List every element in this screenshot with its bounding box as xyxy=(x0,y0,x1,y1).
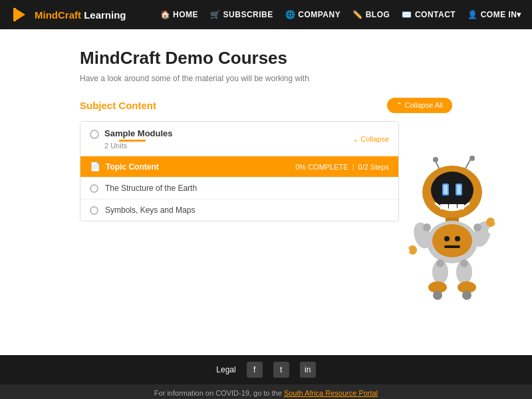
svg-point-41 xyxy=(433,291,442,300)
svg-point-34 xyxy=(444,236,450,241)
svg-rect-36 xyxy=(444,245,460,248)
collapse-all-button[interactable]: ⌃ Collapse All xyxy=(387,98,452,113)
svg-marker-1 xyxy=(13,8,16,21)
collapse-link[interactable]: ⌄ Collapse xyxy=(352,135,389,144)
svg-point-3 xyxy=(433,157,438,162)
module-header: Sample Modules 2 Units ⌄ Collapse xyxy=(80,122,398,156)
facebook-icon[interactable]: f xyxy=(247,362,263,378)
footer-covid-text: For information on COVID-19, go to the S… xyxy=(154,389,378,397)
lesson-name-1: The Structure of the Earth xyxy=(105,184,197,193)
lesson-item-1[interactable]: The Structure of the Earth xyxy=(80,177,398,199)
linkedin-icon[interactable]: in xyxy=(300,362,316,378)
svg-point-25 xyxy=(486,217,495,227)
course-block: Sample Modules 2 Units ⌄ Collapse 📄 Topi… xyxy=(80,121,399,221)
svg-rect-14 xyxy=(458,204,464,209)
lesson-item-2[interactable]: Symbols, Keys and Maps xyxy=(80,199,398,221)
nav-blog[interactable]: ✏️ BLOG xyxy=(352,10,390,19)
topic-icon: 📄 xyxy=(90,162,100,172)
svg-point-37 xyxy=(423,223,431,231)
svg-rect-13 xyxy=(449,204,457,209)
svg-point-22 xyxy=(406,253,412,260)
subject-header: Subject Content ⌃ Collapse All xyxy=(80,98,452,113)
topic-steps: 0/2 Steps xyxy=(358,163,389,171)
globe-icon: 🌐 xyxy=(285,10,296,19)
svg-point-7 xyxy=(431,172,473,209)
svg-point-20 xyxy=(404,241,411,247)
nav-home[interactable]: 🏠 HOME xyxy=(160,10,199,19)
svg-rect-11 xyxy=(457,185,461,194)
svg-point-38 xyxy=(473,223,481,231)
footer-bottom: For information on COVID-19, go to the S… xyxy=(0,384,532,399)
svg-point-39 xyxy=(436,259,444,267)
topic-separator: | xyxy=(352,163,354,171)
topic-right: 0% COMPLETE | 0/2 Steps xyxy=(295,163,389,171)
topic-label: Topic Content xyxy=(106,162,159,172)
svg-point-42 xyxy=(462,291,471,300)
nav-come-in[interactable]: 👤 COME IN▾ xyxy=(467,10,521,19)
cart-icon: 🛒 xyxy=(210,10,221,19)
svg-point-17 xyxy=(432,224,472,257)
subject-title: Subject Content xyxy=(80,100,156,111)
module-left: Sample Modules 2 Units xyxy=(90,128,173,150)
lesson-name-2: Symbols, Keys and Maps xyxy=(105,205,195,215)
svg-point-35 xyxy=(455,236,460,241)
module-name: Sample Modules xyxy=(104,128,173,138)
nav-subscribe[interactable]: 🛒 SUBSCRIBE xyxy=(210,10,273,19)
mail-icon: ✉️ xyxy=(402,10,412,19)
svg-marker-0 xyxy=(15,8,25,21)
page-title: MindCraft Demo Courses xyxy=(80,48,452,68)
footer-main: Legal f t in xyxy=(0,355,532,384)
svg-point-29 xyxy=(488,227,495,234)
logo-text: MindCraft Learning xyxy=(35,9,126,21)
nav-company[interactable]: 🌐 COMPANY xyxy=(285,10,340,19)
topic-progress: 0% COMPLETE xyxy=(295,163,348,171)
lesson-radio-2 xyxy=(90,206,98,215)
main-content: MindCraft Demo Courses Have a look aroun… xyxy=(0,29,532,355)
module-radio[interactable] xyxy=(90,130,99,139)
footer-covid-link[interactable]: South Africa Resource Portal xyxy=(284,389,378,397)
svg-point-40 xyxy=(460,259,468,267)
module-units: 2 Units xyxy=(104,142,173,150)
svg-point-21 xyxy=(403,247,410,254)
svg-rect-10 xyxy=(444,185,448,194)
logo-icon xyxy=(11,5,29,24)
svg-rect-12 xyxy=(440,204,448,209)
topic-bar: 📄 Topic Content 0% COMPLETE | 0/2 Steps xyxy=(80,156,398,177)
robot-character xyxy=(386,156,519,315)
pencil-icon: ✏️ xyxy=(352,10,363,19)
home-icon: 🏠 xyxy=(160,10,171,19)
nav-contact[interactable]: ✉️ CONTACT xyxy=(402,10,456,19)
page-subtitle: Have a look around some of the material … xyxy=(80,74,452,83)
topic-left: 📄 Topic Content xyxy=(90,162,159,172)
svg-point-23 xyxy=(412,255,419,262)
user-icon: 👤 xyxy=(467,10,478,19)
logo[interactable]: MindCraft Learning xyxy=(11,5,126,24)
robot-svg xyxy=(386,156,519,315)
main-nav: 🏠 HOME 🛒 SUBSCRIBE 🌐 COMPANY ✏️ BLOG ✉️ … xyxy=(160,10,521,19)
lesson-radio-1 xyxy=(90,184,98,193)
module-title-area: Sample Modules 2 Units xyxy=(104,128,173,150)
footer-legal[interactable]: Legal xyxy=(216,365,235,374)
main-header: MindCraft Learning 🏠 HOME 🛒 SUBSCRIBE 🌐 … xyxy=(0,0,532,29)
twitter-icon[interactable]: t xyxy=(273,362,289,378)
svg-point-27 xyxy=(494,217,501,224)
svg-point-5 xyxy=(469,156,475,161)
